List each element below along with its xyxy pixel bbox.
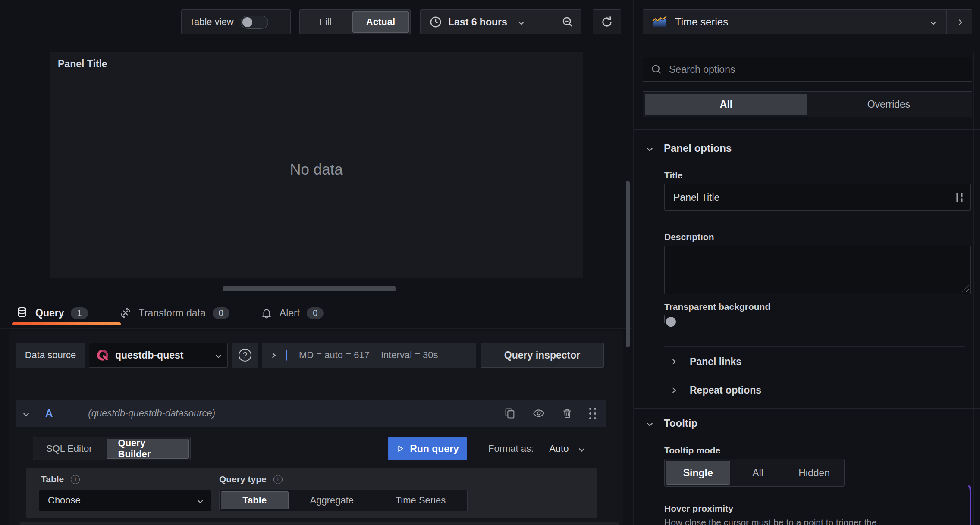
time-range-label: Last 6 hours	[448, 16, 507, 28]
zoom-out-time-button[interactable]	[554, 10, 581, 34]
tooltip-mode-all[interactable]: All	[732, 459, 785, 486]
query-type-table[interactable]: Table	[221, 491, 289, 509]
hover-proximity-label: Hover proximity	[664, 503, 733, 514]
run-query-button[interactable]: Run query	[388, 437, 467, 460]
chevron-down-icon	[518, 19, 524, 25]
format-as-value: Auto	[549, 443, 569, 454]
tab-overrides[interactable]: Overrides	[807, 94, 970, 115]
tab-all[interactable]: All	[645, 94, 807, 115]
fill-actual-switch: Fill Actual	[299, 9, 411, 34]
panel-title-input[interactable]	[664, 184, 971, 211]
hide-query-icon[interactable]	[532, 407, 545, 419]
no-data-message: No data	[50, 161, 583, 178]
description-textarea[interactable]	[664, 246, 971, 294]
table-view-control: Table view	[181, 9, 291, 34]
tooltip-header[interactable]: Tooltip	[648, 417, 697, 429]
chevron-down-icon	[216, 353, 221, 358]
panel-links-header[interactable]: Panel links	[671, 356, 741, 368]
clock-icon	[429, 16, 442, 28]
tooltip-mode-label: Tooltip mode	[664, 445, 720, 456]
database-icon	[16, 306, 28, 320]
table-view-toggle[interactable]	[241, 16, 268, 29]
interval-text: Interval = 30s	[381, 350, 438, 361]
table-field-label: Table	[41, 474, 64, 484]
chevron-down-icon	[647, 146, 653, 151]
tab-query[interactable]: Query 1	[16, 306, 88, 320]
query-row-header[interactable]: A (questdb-questdb-datasource)	[16, 400, 606, 427]
title-field[interactable]	[664, 184, 971, 211]
tab-alert[interactable]: Alert 0	[261, 306, 324, 319]
query-ref-id[interactable]: A	[45, 407, 53, 419]
query-type-switch: Table Aggregate Time Series	[219, 490, 468, 511]
search-options-input[interactable]	[643, 57, 972, 82]
tooltip-mode-hidden[interactable]: Hidden	[784, 459, 844, 486]
transparent-background-label: Transparent background	[664, 302, 770, 312]
panel-options-title: Panel options	[664, 142, 732, 154]
vertical-scrollbar[interactable]	[626, 181, 630, 347]
chevron-down-icon	[930, 19, 936, 25]
tab-query-count: 1	[71, 307, 88, 319]
format-as-select[interactable]: Auto	[549, 443, 584, 454]
table-select[interactable]: Choose	[39, 490, 211, 511]
tab-transform[interactable]: Transform data 0	[119, 306, 229, 319]
chevron-right-icon	[670, 359, 676, 365]
collapse-options-button[interactable]	[947, 20, 972, 24]
description-label: Description	[664, 232, 714, 242]
chevron-down-icon	[579, 446, 585, 452]
help-icon: ?	[239, 349, 251, 362]
query-datasource-hint: (questdb-questdb-datasource)	[88, 408, 215, 419]
chevron-down-icon	[647, 421, 653, 426]
duplicate-query-icon[interactable]	[504, 407, 516, 419]
toggle-knob	[666, 317, 676, 327]
tab-transform-count: 0	[213, 307, 229, 319]
time-range-picker[interactable]: Last 6 hours	[421, 10, 554, 34]
tooltip-mode-single[interactable]: Single	[666, 461, 730, 485]
refresh-button[interactable]	[593, 9, 621, 34]
info-icon: i	[71, 475, 80, 484]
query-inspector-button[interactable]: Query inspector	[481, 343, 604, 368]
chevron-right-icon	[957, 19, 962, 25]
transform-icon	[119, 306, 132, 319]
datasource-picker[interactable]: questdb-quest	[89, 343, 228, 368]
query-builder-fields: Table i Choose Query type i Table Aggreg…	[26, 468, 597, 518]
delete-query-icon[interactable]	[562, 407, 573, 419]
actual-option[interactable]: Actual	[352, 11, 409, 33]
divider	[0, 328, 632, 329]
next-row-edge	[20, 522, 619, 525]
datasource-help-button[interactable]: ?	[232, 343, 258, 368]
panel-options-header[interactable]: Panel options	[648, 142, 732, 154]
fill-option[interactable]: Fill	[300, 10, 351, 34]
sql-editor-option[interactable]: SQL Editor	[33, 438, 105, 460]
zoom-out-icon	[561, 16, 574, 28]
resize-handle[interactable]	[962, 285, 969, 292]
format-as-control: Format as: Auto	[488, 437, 584, 460]
visualization-picker[interactable]: Time series	[643, 9, 972, 34]
query-options-row[interactable]: MD = auto = 617 Interval = 30s	[262, 343, 476, 368]
search-icon	[650, 63, 663, 75]
tooltip-title: Tooltip	[664, 417, 697, 429]
panel-title[interactable]: Panel Title	[58, 58, 107, 70]
focused-element-edge	[919, 483, 971, 525]
options-filter-tabs: All Overrides	[643, 91, 972, 117]
repeat-options-label: Repeat options	[690, 384, 761, 396]
tab-alert-count: 0	[307, 307, 324, 319]
suggestions-icon	[955, 192, 964, 203]
collapse-query-chevron-icon[interactable]	[23, 411, 29, 416]
transparent-background-toggle[interactable]	[664, 315, 665, 323]
horizontal-scrollbar[interactable]	[223, 286, 396, 291]
query-type-timeseries[interactable]: Time Series	[374, 490, 467, 511]
refresh-icon	[600, 15, 614, 29]
search-options-box[interactable]	[643, 57, 972, 82]
datasource-label: Data source	[16, 343, 85, 368]
divider	[634, 408, 980, 409]
chevron-right-icon	[670, 388, 676, 393]
divider	[664, 346, 965, 347]
repeat-options-header[interactable]: Repeat options	[671, 384, 761, 396]
active-tab-underline	[12, 322, 121, 325]
query-builder-option[interactable]: Query Builder	[107, 439, 189, 459]
drag-handle-icon[interactable]	[589, 407, 597, 419]
timeseries-viz-icon	[652, 16, 667, 28]
format-as-label: Format as:	[488, 443, 534, 454]
query-type-aggregate[interactable]: Aggregate	[290, 490, 374, 511]
tab-transform-label: Transform data	[139, 307, 206, 319]
